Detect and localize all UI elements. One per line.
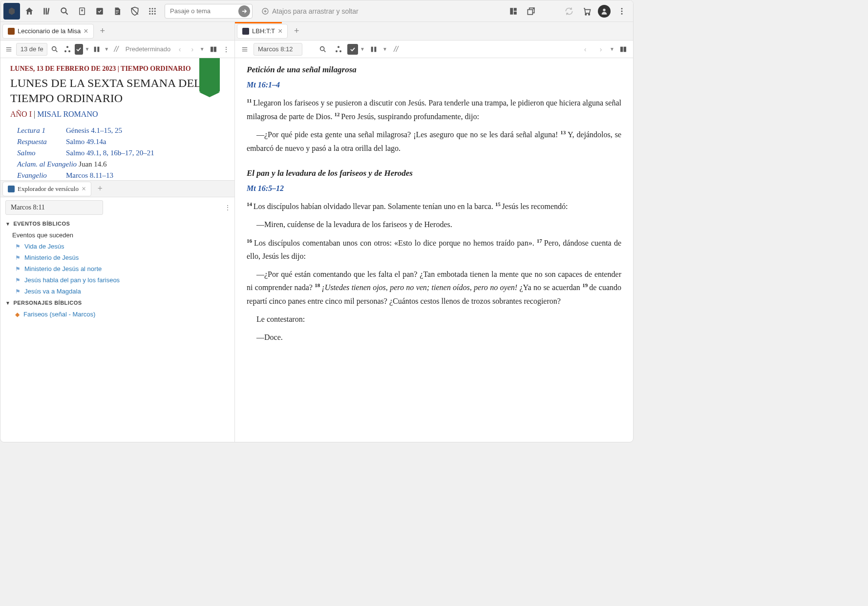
reading-row: SalmoSalmo 49.1, 8, 16b–17, 20–21 xyxy=(17,149,225,157)
more-icon[interactable]: ⋮ xyxy=(221,204,234,212)
passage-reference-link[interactable]: Mt 16:5–12 xyxy=(247,182,621,195)
search-icon[interactable] xyxy=(56,3,73,20)
add-tab-button[interactable]: + xyxy=(290,24,303,38)
event-item[interactable]: ⚑Vida de Jesús xyxy=(0,241,234,252)
apps-grid-icon[interactable] xyxy=(144,3,161,20)
bible-text: Petición de una señal milagrosa Mt 16:1–… xyxy=(235,58,633,354)
verse-number: 17 xyxy=(537,238,544,244)
check-box-icon[interactable] xyxy=(347,44,358,55)
next-icon[interactable]: › xyxy=(187,42,198,56)
svg-point-9 xyxy=(149,10,150,12)
svg-rect-31 xyxy=(98,46,100,52)
svg-point-26 xyxy=(52,46,56,50)
left-tabbar: Leccionario de la Misa × + xyxy=(0,22,234,41)
checklist-icon[interactable] xyxy=(91,3,108,20)
search-field[interactable] xyxy=(170,7,238,15)
home-icon[interactable] xyxy=(21,3,38,20)
tab-leccionario[interactable]: Leccionario de la Misa × xyxy=(2,24,94,39)
dropdown-icon[interactable]: ▼ xyxy=(610,46,614,52)
slash-icon[interactable]: // xyxy=(389,42,403,56)
svg-point-34 xyxy=(320,46,324,50)
dropdown-icon[interactable]: ▼ xyxy=(360,46,365,52)
panel-menu-icon[interactable] xyxy=(238,42,252,56)
panel-menu-icon[interactable] xyxy=(3,42,14,56)
split-view-icon[interactable] xyxy=(209,42,219,56)
app-logo-icon[interactable] xyxy=(3,3,20,20)
sync-icon[interactable] xyxy=(561,3,577,20)
reading-link[interactable]: Salmo 49.1, 8, 16b–17, 20–21 xyxy=(66,149,154,157)
user-avatar[interactable] xyxy=(596,3,613,20)
active-tab-indicator xyxy=(235,22,282,23)
close-icon[interactable]: × xyxy=(84,27,88,36)
liturgical-banner-icon xyxy=(199,58,220,92)
columns-icon[interactable] xyxy=(367,42,381,56)
reading-link[interactable]: Marcos 8.11–13 xyxy=(66,171,113,180)
layout-icon[interactable] xyxy=(505,3,522,20)
reference-input[interactable] xyxy=(254,43,302,56)
event-item[interactable]: ⚑Ministerio de Jesús xyxy=(0,252,234,263)
next-icon[interactable]: › xyxy=(594,42,608,56)
search-icon[interactable] xyxy=(49,42,60,56)
dropdown-icon[interactable]: ▼ xyxy=(382,46,387,52)
library-icon[interactable] xyxy=(39,3,55,20)
svg-point-20 xyxy=(585,14,587,15)
reading-link[interactable]: Juan 14.6 xyxy=(79,160,107,168)
missal-link[interactable]: MISAL ROMANO xyxy=(37,110,98,118)
close-icon[interactable]: × xyxy=(278,27,282,36)
paragraph: 16 Los discípulos comentaban unos con ot… xyxy=(247,236,621,263)
paragraph: Le contestaron: xyxy=(247,313,621,326)
svg-point-8 xyxy=(154,8,156,9)
search-go-button[interactable] xyxy=(238,5,250,17)
add-tab-button[interactable]: + xyxy=(96,24,109,38)
shield-off-icon[interactable] xyxy=(127,3,143,20)
dropdown-icon[interactable]: ▼ xyxy=(104,46,109,52)
svg-rect-39 xyxy=(374,46,376,52)
explorer-reference-input[interactable]: Marcos 8:11 xyxy=(5,200,103,215)
columns-icon[interactable] xyxy=(92,42,103,56)
svg-rect-41 xyxy=(624,46,626,52)
flag-icon: ⚑ xyxy=(15,277,21,284)
passage-reference-link[interactable]: Mt 16:1–4 xyxy=(247,78,621,91)
document-icon[interactable] xyxy=(109,3,126,20)
tab-label: LBH:T:T xyxy=(252,27,275,35)
tab-explorer[interactable]: Explorador de versículo × xyxy=(2,182,91,196)
date-input[interactable] xyxy=(16,43,47,56)
people-section-header[interactable]: ▼PERSONAJES BÍBLICOS xyxy=(0,297,234,309)
reading-link[interactable]: Génesis 4.1–15, 25 xyxy=(66,126,122,135)
svg-point-6 xyxy=(149,8,150,9)
event-item[interactable]: ⚑Jesús va a Magdala xyxy=(0,286,234,297)
add-tab-button[interactable]: + xyxy=(93,182,107,196)
prev-icon[interactable]: ‹ xyxy=(174,42,185,56)
prev-icon[interactable]: ‹ xyxy=(578,42,592,56)
more-icon[interactable]: ⋮ xyxy=(221,42,232,56)
cart-icon[interactable] xyxy=(578,3,595,20)
svg-point-28 xyxy=(64,50,66,52)
svg-rect-40 xyxy=(620,46,623,52)
event-item[interactable]: ⚑Jesús habla del pan y los fariseos xyxy=(0,274,234,286)
check-box-icon[interactable] xyxy=(75,44,83,55)
events-section-header[interactable]: ▼EVENTOS BÍBLICOS xyxy=(0,218,234,230)
export-close-icon[interactable] xyxy=(523,3,539,20)
global-search-input[interactable] xyxy=(165,4,253,19)
close-icon[interactable]: × xyxy=(82,185,86,193)
split-view-icon[interactable] xyxy=(616,42,630,56)
reading-link[interactable]: Salmo 49.14a xyxy=(66,138,106,146)
tab-bible[interactable]: LBH:T:T × xyxy=(237,24,288,39)
shortcuts-drop-area[interactable]: Atajos para arrastrar y soltar xyxy=(256,7,363,15)
reading-row: EvangelioMarcos 8.11–13 xyxy=(17,171,225,180)
bible-icon[interactable] xyxy=(74,3,90,20)
menu-more-icon[interactable] xyxy=(614,3,630,20)
verse-number: 13 xyxy=(560,129,568,135)
nodes-icon[interactable] xyxy=(62,42,73,56)
person-item[interactable]: ◆Fariseos (señal - Marcos) xyxy=(0,309,234,320)
right-tabbar: LBH:T:T × + xyxy=(235,22,633,41)
event-item[interactable]: ⚑Ministerio de Jesús al norte xyxy=(0,263,234,274)
left-toolbar: ▼ ▼ // Predeterminado ‹ › ▼ ⋮ xyxy=(0,41,234,58)
slash-icon[interactable]: // xyxy=(111,42,122,56)
verse-number: 16 xyxy=(247,238,254,244)
dropdown-icon[interactable]: ▼ xyxy=(85,46,90,52)
search-icon[interactable] xyxy=(316,42,330,56)
nodes-icon[interactable] xyxy=(332,42,345,56)
dropdown-icon[interactable]: ▼ xyxy=(200,46,205,52)
paragraph: 11 Llegaron los fariseos y se pusieron a… xyxy=(247,96,621,123)
